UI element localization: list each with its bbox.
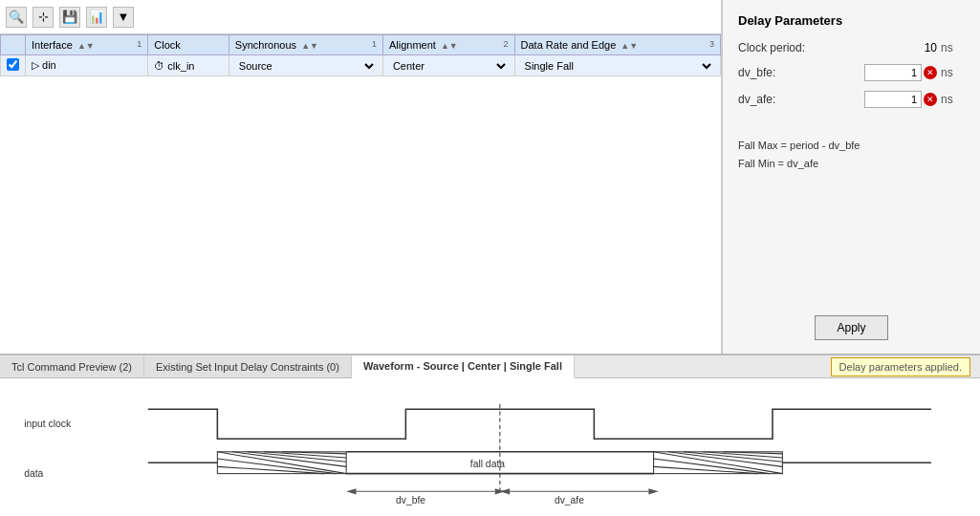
col-alignment: Alignment ▲▼ 2 xyxy=(382,35,514,55)
sort-icon-sync: ▲▼ xyxy=(301,41,318,51)
tooltip-applied: Delay parameters applied. xyxy=(831,357,970,376)
dv-bfe-row: dv_bfe: ✕ ns xyxy=(738,64,965,81)
row-checkbox-cell[interactable] xyxy=(1,55,26,76)
clock-period-unit: ns xyxy=(941,41,965,54)
sort-icon-interface: ▲▼ xyxy=(77,41,95,51)
col-num-sync: 1 xyxy=(372,39,377,49)
tab-tcl[interactable]: Tcl Command Preview (2) xyxy=(0,356,144,377)
dv-bfe-input-wrap: ✕ xyxy=(864,64,937,81)
col-num-align: 2 xyxy=(504,39,509,49)
constraints-table: Interface ▲▼ 1 Clock Synchronous ▲▼ 1 xyxy=(0,34,721,76)
tab-bar: Tcl Command Preview (2) Existing Set Inp… xyxy=(0,355,980,378)
row-clock-cell: ⏱ clk_in xyxy=(148,55,229,76)
bottom-section: Tcl Command Preview (2) Existing Set Inp… xyxy=(0,354,980,516)
datarate-select[interactable]: Single Fall Single Rise DDR xyxy=(521,59,714,73)
dv-afe-row: dv_afe: ✕ ns xyxy=(738,91,965,108)
dv-afe-arrow-right xyxy=(648,488,658,494)
top-section: 🔍 ⊹ 💾 📊 ▼ Interface ▲▼ 1 xyxy=(0,0,980,354)
toolbar: 🔍 ⊹ 💾 📊 ▼ xyxy=(0,0,721,34)
formula-line1: Fall Max = period - dv_bfe xyxy=(738,137,965,155)
col-num-datarate: 3 xyxy=(709,39,714,49)
table-area: Interface ▲▼ 1 Clock Synchronous ▲▼ 1 xyxy=(0,34,721,354)
data-label: data xyxy=(24,468,43,479)
col-clock: Clock xyxy=(148,35,229,55)
fall-data-label: fall data xyxy=(470,459,506,469)
col-num-1: 1 xyxy=(137,39,142,49)
delay-params-title: Delay Parameters xyxy=(738,13,965,28)
waveform-area: input clock data fall data xyxy=(0,378,980,516)
dv-bfe-arrow-left xyxy=(346,488,356,494)
waveform-svg: input clock data fall data xyxy=(19,388,961,516)
formula-line2: Fall Min = dv_afe xyxy=(738,155,965,173)
dv-afe-clear[interactable]: ✕ xyxy=(924,93,937,106)
filter-button[interactable]: ▼ xyxy=(113,7,134,28)
row-datarate-cell[interactable]: Single Fall Single Rise DDR xyxy=(514,55,720,76)
right-panel: Delay Parameters Clock period: 10 ns dv_… xyxy=(722,0,980,354)
search-button[interactable]: 🔍 xyxy=(6,7,27,28)
sort-icon-align: ▲▼ xyxy=(441,41,458,51)
clock-waveform xyxy=(148,409,931,439)
dv-afe-input-wrap: ✕ xyxy=(864,91,937,108)
clock-icon: ⏱ xyxy=(154,60,164,72)
row-alignment-cell[interactable]: Center Edge xyxy=(382,55,514,76)
col-interface: Interface ▲▼ 1 xyxy=(26,35,148,55)
interface-icon: ▷ xyxy=(32,59,39,72)
apply-btn-wrap: Apply xyxy=(738,306,965,340)
synchronous-select[interactable]: Source System xyxy=(235,59,377,73)
dv-afe-arrow-left xyxy=(500,488,510,494)
dv-afe-text: dv_afe xyxy=(555,495,584,505)
clock-period-value: 10 xyxy=(884,41,937,54)
tab-existing[interactable]: Existing Set Input Delay Constraints (0) xyxy=(144,356,352,377)
alignment-select[interactable]: Center Edge xyxy=(389,59,509,73)
dv-bfe-input[interactable] xyxy=(864,64,922,81)
dv-afe-input[interactable] xyxy=(864,91,922,108)
clock-period-row: Clock period: 10 ns xyxy=(738,41,965,54)
waveform-button[interactable]: 📊 xyxy=(86,7,107,28)
col-datarate: Data Rate and Edge ▲▼ 3 xyxy=(514,35,720,55)
sort-icon-datarate: ▲▼ xyxy=(621,41,638,51)
left-panel: 🔍 ⊹ 💾 📊 ▼ Interface ▲▼ 1 xyxy=(0,0,722,354)
main-container: 🔍 ⊹ 💾 📊 ▼ Interface ▲▼ 1 xyxy=(0,0,980,516)
dv-afe-label: dv_afe: xyxy=(738,93,815,106)
dv-afe-unit: ns xyxy=(941,93,965,106)
cursor-button[interactable]: ⊹ xyxy=(33,7,54,28)
dv-bfe-text: dv_bfe xyxy=(396,495,425,505)
clock-period-label: Clock period: xyxy=(738,41,815,54)
formula-area: Fall Max = period - dv_bfe Fall Min = dv… xyxy=(738,137,965,172)
tab-waveform[interactable]: Waveform - Source | Center | Single Fall xyxy=(352,355,575,378)
dv-bfe-clear[interactable]: ✕ xyxy=(924,66,937,79)
hatch-r6 xyxy=(654,459,770,474)
col-checkbox xyxy=(1,35,26,55)
dv-bfe-unit: ns xyxy=(941,66,965,79)
interface-value: din xyxy=(42,59,56,71)
dv-bfe-label: dv_bfe: xyxy=(738,66,815,79)
row-interface-cell: ▷ din xyxy=(26,55,148,76)
hatch-l6 xyxy=(217,459,336,474)
apply-button[interactable]: Apply xyxy=(815,315,887,340)
col-synchronous: Synchronous ▲▼ 1 xyxy=(229,35,382,55)
row-checkbox[interactable] xyxy=(7,58,19,71)
clock-value: clk_in xyxy=(167,60,194,72)
row-synchronous-cell[interactable]: Source System xyxy=(229,55,382,76)
save-button[interactable]: 💾 xyxy=(59,7,80,28)
table-row: ▷ din ⏱ clk_in Source System xyxy=(1,55,721,76)
input-clock-label: input clock xyxy=(24,419,72,429)
